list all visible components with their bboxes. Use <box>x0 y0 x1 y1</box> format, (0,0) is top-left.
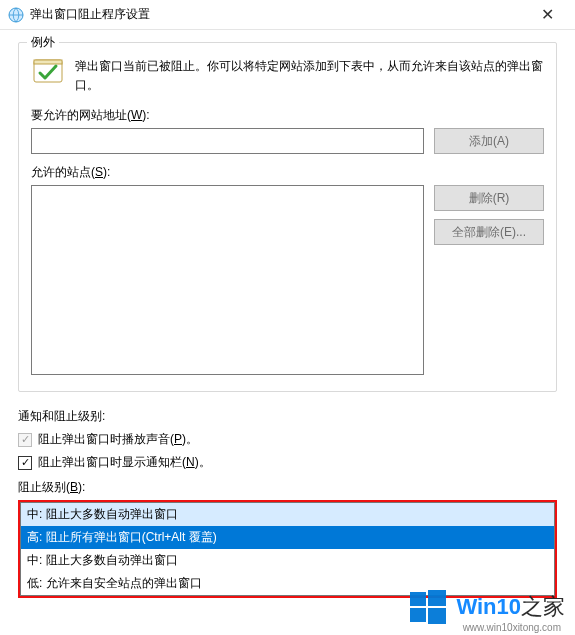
exceptions-description-row: 弹出窗口当前已被阻止。你可以将特定网站添加到下表中，从而允许来自该站点的弹出窗口… <box>31 55 544 95</box>
allowed-row: 删除(R) 全部删除(E)... <box>31 185 544 375</box>
block-level-hotkey: B <box>70 480 78 494</box>
watermark-text: Win10之家 <box>456 592 565 622</box>
play-sound-label-suffix: )。 <box>182 432 198 446</box>
block-level-dropdown[interactable]: 中: 阻止大多数自动弹出窗口高: 阻止所有弹出窗口(Ctrl+Alt 覆盖)中:… <box>20 502 555 596</box>
exceptions-description: 弹出窗口当前已被阻止。你可以将特定网站添加到下表中，从而允许来自该站点的弹出窗口… <box>75 55 544 95</box>
block-level-option[interactable]: 中: 阻止大多数自动弹出窗口 <box>21 549 554 572</box>
add-button[interactable]: 添加(A) <box>434 128 544 154</box>
address-label-suffix: ): <box>142 108 149 122</box>
window-title: 弹出窗口阻止程序设置 <box>30 6 527 23</box>
address-label-prefix: 要允许的网站地址( <box>31 108 131 122</box>
allowed-sites-listbox[interactable] <box>31 185 424 375</box>
address-input[interactable] <box>31 128 424 154</box>
app-icon <box>8 7 24 23</box>
show-bar-label: 阻止弹出窗口时显示通知栏(N)。 <box>38 454 211 471</box>
titlebar: 弹出窗口阻止程序设置 ✕ <box>0 0 575 30</box>
exceptions-group: 例外 弹出窗口当前已被阻止。你可以将特定网站添加到下表中，从而允许来自该站点的弹… <box>18 42 557 392</box>
close-button[interactable]: ✕ <box>527 1 567 29</box>
play-sound-hotkey: P <box>174 432 182 446</box>
allowed-label-hotkey: S <box>95 165 103 179</box>
address-row: 添加(A) <box>31 128 544 154</box>
close-icon: ✕ <box>541 5 554 24</box>
show-bar-checkbox[interactable]: ✓ <box>18 456 32 470</box>
notify-legend: 通知和阻止级别: <box>18 408 557 425</box>
block-level-label-prefix: 阻止级别( <box>18 480 70 494</box>
svg-rect-3 <box>410 592 426 606</box>
svg-rect-4 <box>428 590 446 606</box>
block-level-label: 阻止级别(B): <box>18 479 557 496</box>
watermark-brand-main: Win10 <box>456 594 521 619</box>
show-bar-label-suffix: )。 <box>195 455 211 469</box>
watermark: Win10之家 <box>408 587 565 627</box>
play-sound-checkbox: ✓ <box>18 433 32 447</box>
address-label-hotkey: W <box>131 108 142 122</box>
allowed-label-prefix: 允许的站点( <box>31 165 95 179</box>
allowed-buttons: 删除(R) 全部删除(E)... <box>434 185 544 375</box>
remove-all-button[interactable]: 全部删除(E)... <box>434 219 544 245</box>
allowed-label-suffix: ): <box>103 165 110 179</box>
block-level-dropdown-highlight: 中: 阻止大多数自动弹出窗口高: 阻止所有弹出窗口(Ctrl+Alt 覆盖)中:… <box>18 500 557 598</box>
watermark-url: www.win10xitong.com <box>463 622 561 633</box>
play-sound-label-prefix: 阻止弹出窗口时播放声音( <box>38 432 174 446</box>
windows-logo-icon <box>408 587 448 627</box>
svg-rect-5 <box>410 608 426 622</box>
svg-rect-2 <box>34 60 62 64</box>
exceptions-legend: 例外 <box>27 34 59 51</box>
allowed-label: 允许的站点(S): <box>31 164 544 181</box>
play-sound-row: ✓ 阻止弹出窗口时播放声音(P)。 <box>18 431 557 448</box>
dialog-body: 例外 弹出窗口当前已被阻止。你可以将特定网站添加到下表中，从而允许来自该站点的弹… <box>0 30 575 598</box>
watermark-brand-sub: 之家 <box>521 594 565 619</box>
play-sound-label: 阻止弹出窗口时播放声音(P)。 <box>38 431 198 448</box>
block-level-label-suffix: ): <box>78 480 85 494</box>
show-bar-row[interactable]: ✓ 阻止弹出窗口时显示通知栏(N)。 <box>18 454 557 471</box>
show-bar-hotkey: N <box>186 455 195 469</box>
remove-button[interactable]: 删除(R) <box>434 185 544 211</box>
address-label: 要允许的网站地址(W): <box>31 107 544 124</box>
checkmark-shield-icon <box>31 55 65 89</box>
svg-rect-6 <box>428 608 446 624</box>
show-bar-label-prefix: 阻止弹出窗口时显示通知栏( <box>38 455 186 469</box>
block-level-option[interactable]: 高: 阻止所有弹出窗口(Ctrl+Alt 覆盖) <box>21 526 554 549</box>
block-level-option[interactable]: 中: 阻止大多数自动弹出窗口 <box>21 503 554 526</box>
